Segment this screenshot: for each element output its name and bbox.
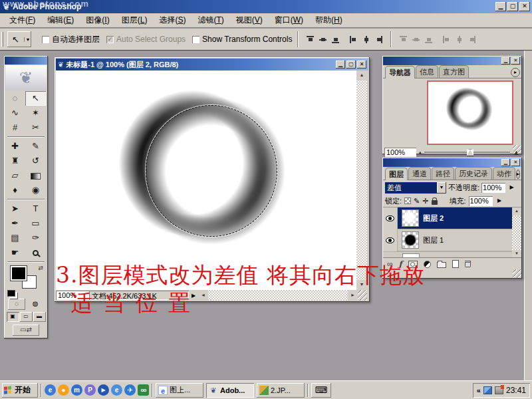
align-vertical-centers-button[interactable] xyxy=(317,34,329,45)
align-top-edges-button[interactable] xyxy=(305,34,316,45)
visibility-cell[interactable] xyxy=(383,229,398,251)
navigator-close-button[interactable]: ✕ xyxy=(511,57,520,65)
document-maximize-button[interactable]: ▢ xyxy=(346,61,356,68)
gradient-tool-icon[interactable] xyxy=(25,168,46,183)
align-horizontal-centers-button[interactable] xyxy=(360,34,372,45)
swap-colors-icon[interactable]: ⇄ xyxy=(38,265,43,271)
options-grip[interactable] xyxy=(1,32,3,47)
healing-brush-tool-icon[interactable]: ✚ xyxy=(5,139,25,154)
acdsee-icon[interactable]: oo xyxy=(138,384,149,396)
task-button-webpage[interactable]: e 图上... xyxy=(156,383,203,398)
navigator-proxy-preview[interactable] xyxy=(427,80,513,145)
menu-select[interactable]: 选择(S) xyxy=(154,13,191,27)
adjustment-layer-icon[interactable] xyxy=(424,261,431,268)
add-layer-mask-icon[interactable] xyxy=(408,261,418,268)
link-layers-icon[interactable]: ∞ xyxy=(387,259,393,269)
tab-actions[interactable]: 动作 xyxy=(493,167,515,180)
layers-scroll-down-button[interactable]: ▼ xyxy=(512,250,521,258)
menu-window[interactable]: 窗口(W) xyxy=(269,13,309,27)
lock-pixels-icon[interactable]: ✎ xyxy=(414,197,420,205)
fill-slider-arrow-icon[interactable]: ▶ xyxy=(495,196,504,206)
layer-row-layer2[interactable]: 图层 2 xyxy=(383,207,521,229)
zoom-out-icon[interactable]: ▴ xyxy=(419,150,422,155)
window-resize-grip[interactable] xyxy=(358,290,367,301)
zoom-slider-thumb[interactable] xyxy=(467,149,473,156)
document-titlebar[interactable]: ❦ 未标题-1 @ 100% (图层 2, RGB/8) ▁ ▢ ✕ xyxy=(56,59,368,70)
new-group-icon[interactable] xyxy=(437,262,446,268)
tab-history[interactable]: 历史记录 xyxy=(455,167,492,180)
menu-filter[interactable]: 滤镜(T) xyxy=(192,13,229,27)
dodge-tool-icon[interactable]: ◉ xyxy=(25,183,46,198)
input-method-keyboard-button[interactable]: ⌨ xyxy=(311,383,331,398)
crop-tool-icon[interactable]: # xyxy=(5,120,25,135)
maxthon-icon[interactable]: m xyxy=(71,384,82,396)
horizontal-scrollbar[interactable]: ◄ ► xyxy=(198,290,358,301)
move-tool-preset-button[interactable]: ↖ ▼ xyxy=(7,31,31,47)
document-canvas[interactable] xyxy=(56,70,356,290)
layer1-name[interactable]: 图层 1 xyxy=(423,235,444,245)
layers-titlebar[interactable]: ▁ ✕ xyxy=(383,158,521,167)
move-tool-icon[interactable]: ↖ xyxy=(25,91,46,106)
layer-row-layer1[interactable]: 图层 1 xyxy=(383,229,521,251)
fill-field[interactable]: 100% xyxy=(469,196,493,206)
document-close-button[interactable]: ✕ xyxy=(357,61,366,68)
layers-menu-button[interactable]: ▸ xyxy=(516,170,520,179)
layers-scrollbar[interactable]: ▲ ▼ xyxy=(512,207,521,258)
notes-tool-icon[interactable]: ▤ xyxy=(5,231,25,245)
navigator-zoom-slider[interactable] xyxy=(424,148,511,156)
opacity-slider-arrow-icon[interactable]: ▶ xyxy=(507,183,516,193)
navigator-resize-grip[interactable] xyxy=(513,145,521,154)
tab-paths[interactable]: 路径 xyxy=(432,167,454,180)
elliptical-marquee-tool-icon[interactable]: ◌ xyxy=(5,91,25,106)
history-brush-tool-icon[interactable]: ↺ xyxy=(25,154,46,168)
navigator-titlebar[interactable]: ▁ ✕ xyxy=(383,57,521,65)
task-button-photoshop[interactable]: ❦ Adob... xyxy=(206,383,254,398)
quick-mask-mode-button[interactable]: ◍ xyxy=(27,299,44,310)
scroll-right-button[interactable]: ► xyxy=(348,290,358,301)
magic-wand-tool-icon[interactable]: ✶ xyxy=(25,106,46,120)
eyedropper-tool-icon[interactable]: ✑ xyxy=(25,231,46,245)
default-colors-icon[interactable] xyxy=(7,290,15,297)
minimize-button[interactable]: ▁ xyxy=(495,2,506,11)
slice-tool-icon[interactable]: ✂ xyxy=(25,120,46,135)
foreground-color-swatch[interactable] xyxy=(11,266,27,281)
layers-minimize-button[interactable]: ▁ xyxy=(501,159,510,166)
blur-tool-icon[interactable]: ♦ xyxy=(5,183,25,198)
blend-mode-dropdown-icon[interactable]: ▼ xyxy=(437,182,446,194)
menu-image[interactable]: 图像(I) xyxy=(80,13,114,27)
path-selection-tool-icon[interactable]: ➤ xyxy=(5,201,25,216)
scroll-up-button[interactable]: ▲ xyxy=(356,70,367,80)
menu-layer[interactable]: 图层(L) xyxy=(116,13,153,27)
photoshop-logo-feather-icon[interactable]: ❦ xyxy=(5,65,47,90)
tray-expand-chevron-icon[interactable]: « xyxy=(477,386,481,394)
shape-tool-icon[interactable]: ▭ xyxy=(25,216,46,231)
zoom-percentage-field[interactable]: 100% xyxy=(56,291,89,300)
navigator-zoom-field[interactable]: 100% xyxy=(384,148,416,157)
menu-view[interactable]: 视图(V) xyxy=(231,13,268,27)
layers-close-button[interactable]: ✕ xyxy=(511,159,520,166)
media-app-icon[interactable]: P xyxy=(84,384,96,396)
fullscreen-mode-button[interactable]: ▬ xyxy=(33,312,46,322)
internet-explorer-icon[interactable]: e xyxy=(111,384,122,396)
hand-tool-icon[interactable]: ☛ xyxy=(5,245,25,260)
status-menu-arrow-icon[interactable]: ▶ xyxy=(189,293,198,299)
tab-layers[interactable]: 图层 xyxy=(385,168,408,180)
show-transform-controls-checkbox[interactable] xyxy=(192,36,200,43)
media-player-icon[interactable]: ▶ xyxy=(98,384,109,396)
layer2-name[interactable]: 图层 2 xyxy=(423,213,444,223)
opacity-field[interactable]: 100% xyxy=(481,183,505,193)
standard-screen-mode-button[interactable]: ▣ xyxy=(7,312,19,322)
brush-tool-icon[interactable]: ✎ xyxy=(25,139,46,154)
flashget-icon[interactable]: ✈ xyxy=(124,384,136,396)
document-minimize-button[interactable]: ▁ xyxy=(336,61,345,68)
download-manager-tray-icon[interactable] xyxy=(495,386,503,394)
browser-icon[interactable]: e xyxy=(45,384,56,396)
type-tool-icon[interactable]: T xyxy=(25,201,46,216)
tab-navigator[interactable]: 导航器 xyxy=(385,66,415,78)
menu-help[interactable]: 帮助(H) xyxy=(310,13,348,27)
tab-channels[interactable]: 通道 xyxy=(408,167,431,180)
menu-file[interactable]: 文件(F) xyxy=(4,13,41,27)
pen-tool-icon[interactable]: ✒ xyxy=(5,216,25,231)
scroll-left-button[interactable]: ◄ xyxy=(198,290,208,301)
start-button[interactable]: 开始 xyxy=(2,383,38,398)
